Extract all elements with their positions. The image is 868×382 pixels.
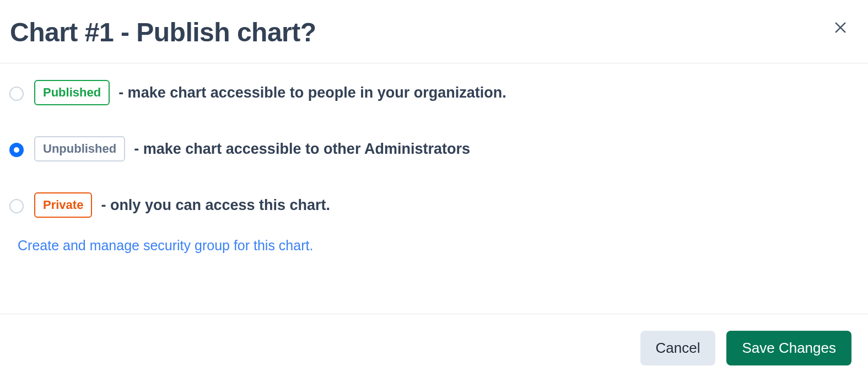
cancel-button[interactable]: Cancel [640, 331, 716, 365]
close-icon [833, 20, 848, 35]
dialog-header: Chart #1 - Publish chart? [0, 0, 868, 63]
radio-unpublished[interactable] [9, 143, 24, 157]
badge-private: Private [34, 192, 92, 218]
badge-published: Published [34, 80, 110, 105]
option-published-description: - make chart accessible to people in you… [118, 84, 506, 101]
dialog-body: Published - make chart accessible to peo… [0, 63, 868, 314]
close-button[interactable] [829, 17, 851, 39]
radio-published[interactable] [9, 87, 24, 101]
security-group-link[interactable]: Create and manage security group for thi… [18, 238, 313, 253]
dialog-title: Chart #1 - Publish chart? [10, 19, 316, 46]
badge-unpublished: Unpublished [34, 136, 125, 162]
publish-chart-dialog: Chart #1 - Publish chart? Published - ma… [0, 0, 868, 382]
option-unpublished-description: - make chart accessible to other Adminis… [134, 141, 470, 158]
save-changes-button[interactable]: Save Changes [726, 331, 851, 365]
option-private-description: - only you can access this chart. [101, 197, 330, 214]
security-link-row: Create and manage security group for thi… [7, 238, 851, 254]
dialog-footer: Cancel Save Changes [0, 314, 868, 382]
option-private[interactable]: Private - only you can access this chart… [7, 192, 851, 218]
radio-private[interactable] [9, 199, 24, 213]
option-unpublished[interactable]: Unpublished - make chart accessible to o… [7, 136, 851, 162]
option-published[interactable]: Published - make chart accessible to peo… [7, 80, 851, 105]
